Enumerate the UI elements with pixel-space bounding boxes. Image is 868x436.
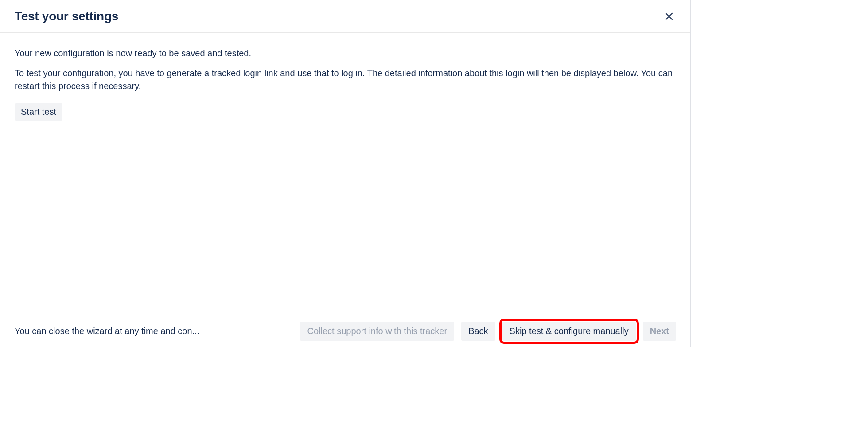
intro-paragraph-1: Your new configuration is now ready to b…: [15, 47, 676, 60]
close-button[interactable]: [662, 9, 676, 23]
skip-test-configure-manually-button[interactable]: Skip test & configure manually: [502, 322, 636, 341]
dialog-body: Your new configuration is now ready to b…: [0, 33, 690, 315]
close-icon: [664, 11, 674, 22]
back-button[interactable]: Back: [461, 322, 495, 341]
next-button[interactable]: Next: [643, 322, 676, 341]
collect-support-info-button[interactable]: Collect support info with this tracker: [300, 322, 454, 341]
footer-note: You can close the wizard at any time and…: [15, 326, 199, 336]
intro-paragraph-2: To test your configuration, you have to …: [15, 67, 676, 93]
dialog-title: Test your settings: [15, 9, 118, 23]
start-test-button[interactable]: Start test: [15, 103, 62, 121]
settings-test-dialog: Test your settings Your new configuratio…: [0, 0, 691, 347]
dialog-header: Test your settings: [0, 0, 690, 33]
dialog-footer: You can close the wizard at any time and…: [0, 315, 690, 347]
